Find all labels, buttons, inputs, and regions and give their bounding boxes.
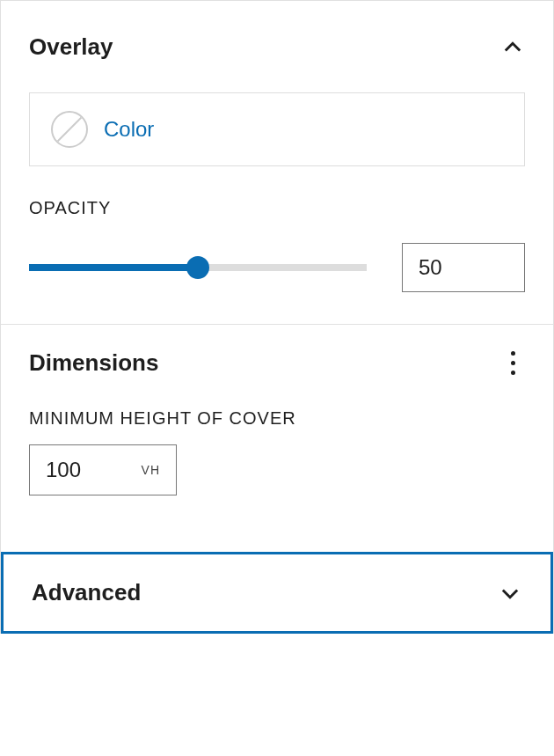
dimensions-title: Dimensions [29, 349, 158, 377]
dot-icon [511, 351, 515, 356]
min-height-unit: VH [142, 463, 160, 477]
opacity-input[interactable]: 50 [402, 243, 525, 292]
advanced-title: Advanced [32, 579, 141, 606]
color-label: Color [104, 117, 154, 142]
slider-thumb[interactable] [186, 256, 209, 279]
chevron-down-icon [498, 581, 522, 606]
min-height-value: 100 [46, 458, 81, 482]
dot-icon [511, 361, 515, 365]
opacity-control: 50 [29, 243, 525, 292]
no-color-icon [51, 111, 88, 148]
chevron-up-icon [500, 35, 525, 60]
overlay-title: Overlay [29, 33, 113, 61]
min-height-input[interactable]: 100 VH [29, 444, 177, 495]
opacity-slider[interactable] [29, 264, 367, 271]
dimensions-header[interactable]: Dimensions [29, 349, 525, 377]
more-options-button[interactable] [500, 351, 525, 376]
dot-icon [511, 371, 515, 375]
dimensions-section: Dimensions MINIMUM HEIGHT OF COVER 100 V… [1, 325, 553, 527]
color-picker-row[interactable]: Color [29, 92, 525, 166]
top-divider [1, 0, 553, 9]
overlay-section: Overlay Color OPACITY 50 [1, 9, 553, 325]
min-height-label: MINIMUM HEIGHT OF COVER [29, 408, 525, 429]
min-height-control: 100 VH [29, 444, 525, 495]
advanced-section-header[interactable]: Advanced [1, 552, 553, 634]
overlay-header[interactable]: Overlay [29, 33, 525, 61]
opacity-label: OPACITY [29, 198, 525, 218]
settings-panel: Overlay Color OPACITY 50 Dimensions [0, 0, 554, 634]
slider-fill [29, 264, 198, 271]
